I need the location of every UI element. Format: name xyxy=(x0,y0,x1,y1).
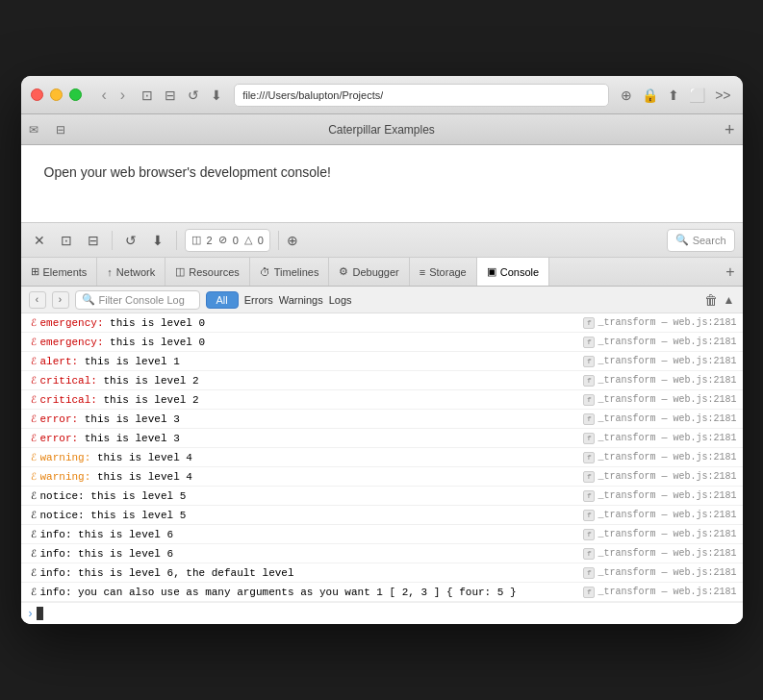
minimize-button[interactable] xyxy=(50,88,63,101)
console-row: ℰnotice: this is level 5f_transform — we… xyxy=(21,506,743,525)
network-icon[interactable]: ⊕ xyxy=(287,233,298,248)
filter-errors-label[interactable]: Errors xyxy=(244,294,273,306)
error-icon: ⊘ xyxy=(218,234,227,246)
filter-logs-label[interactable]: Logs xyxy=(329,294,352,306)
address-bar[interactable]: file:///Users/balupton/Projects/ xyxy=(234,84,609,107)
source-text: _transform — web.js:2181 xyxy=(598,317,736,328)
console-input-row[interactable]: › xyxy=(21,602,743,624)
source-file-icon: f xyxy=(583,337,595,348)
mail-icon[interactable]: ✉ xyxy=(29,123,38,137)
console-output: ℰemergency: this is level 0f_transform —… xyxy=(21,313,743,602)
row-message: warning: this is level 4 xyxy=(40,471,580,483)
row-level-icon: ℰ xyxy=(31,375,37,387)
tab-network[interactable]: ↑ Network xyxy=(97,258,165,286)
page-main-text: Open your web browser's development cons… xyxy=(44,164,331,180)
source-text: _transform — web.js:2181 xyxy=(598,394,736,405)
row-level-icon: ℰ xyxy=(31,337,37,348)
close-button[interactable] xyxy=(31,88,43,101)
address-text: file:///Users/balupton/Projects/ xyxy=(242,89,383,101)
reload-devtools-button[interactable]: ↺ xyxy=(120,230,141,251)
console-row: ℰcritical: this is level 2f_transform — … xyxy=(21,390,743,410)
source-file-icon: f xyxy=(583,471,595,483)
resources-icon: ◫ xyxy=(175,265,185,278)
row-source: f_transform — web.js:2181 xyxy=(583,394,736,406)
row-message: info: this is level 6 xyxy=(40,548,580,560)
row-level-icon: ℰ xyxy=(31,471,37,483)
maximize-button[interactable] xyxy=(69,88,82,101)
download-devtools-button[interactable]: ⬇ xyxy=(147,230,168,251)
row-message: emergency: this is level 0 xyxy=(40,317,580,329)
devtools-tabs: ⊞ Elements ↑ Network ◫ Resources ⏱ Timel… xyxy=(21,258,743,287)
console-row: ℰcritical: this is level 2f_transform — … xyxy=(21,371,743,390)
tab-overview-icon[interactable]: ⬜ xyxy=(687,86,707,105)
timelines-tab-label: Timelines xyxy=(274,266,319,278)
new-tab-button[interactable]: + xyxy=(725,121,735,138)
badge-group: ◫ 2 ⊘ 0 △ 0 xyxy=(185,229,270,252)
shield-icon[interactable]: 🔒 xyxy=(640,86,660,105)
collapse-icon[interactable]: ▲ xyxy=(724,293,735,307)
source-file-icon: f xyxy=(583,510,595,521)
back-button[interactable]: ‹ xyxy=(97,85,112,106)
network-tab-label: Network xyxy=(116,266,155,278)
row-level-icon: ℰ xyxy=(31,510,37,521)
tab-console[interactable]: ▣ Console xyxy=(477,258,549,287)
show-inspector-icon[interactable]: ⊡ xyxy=(140,86,155,105)
row-level-icon: ℰ xyxy=(31,394,37,406)
titlebar: ‹ › ⊡ ⊟ ↺ ⬇ file:///Users/balupton/Proje… xyxy=(21,76,743,114)
filter-search-icon: 🔍 xyxy=(82,293,95,306)
source-file-icon: f xyxy=(583,548,595,560)
close-devtools-button[interactable]: ✕ xyxy=(29,230,50,251)
source-text: _transform — web.js:2181 xyxy=(598,529,736,539)
tab-timelines[interactable]: ⏱ Timelines xyxy=(250,258,330,286)
sidebar-icon[interactable]: ⊟ xyxy=(56,123,65,137)
share-icon[interactable]: ⬆ xyxy=(666,86,681,105)
filter-warnings-label[interactable]: Warnings xyxy=(279,294,323,306)
dock-devtools-button[interactable]: ⊟ xyxy=(83,230,104,251)
tab-storage[interactable]: ≡ Storage xyxy=(410,258,477,286)
undock-devtools-button[interactable]: ⊡ xyxy=(56,230,77,251)
source-text: _transform — web.js:2181 xyxy=(598,337,736,347)
filter-back-button[interactable]: ‹ xyxy=(29,291,46,309)
add-tab-button[interactable]: + xyxy=(718,258,742,286)
row-source: f_transform — web.js:2181 xyxy=(583,337,736,348)
source-file-icon: f xyxy=(583,529,595,540)
show-sidebar-icon[interactable]: ⊟ xyxy=(163,86,178,105)
filter-all-button[interactable]: All xyxy=(206,291,239,309)
download-icon[interactable]: ⬇ xyxy=(209,86,224,105)
globe-icon[interactable]: ⊕ xyxy=(619,86,634,105)
console-filter-bar: ‹ › 🔍 Filter Console Log All Errors Warn… xyxy=(21,287,743,313)
row-source: f_transform — web.js:2181 xyxy=(583,548,736,560)
devtools-toolbar: ✕ ⊡ ⊟ ↺ ⬇ ◫ 2 ⊘ 0 △ 0 ⊕ 🔍 Search xyxy=(21,223,743,258)
network-tab-icon: ↑ xyxy=(107,266,113,278)
filter-forward-button[interactable]: › xyxy=(52,291,69,309)
row-source: f_transform — web.js:2181 xyxy=(583,529,736,540)
chevron-right-icon[interactable]: >> xyxy=(713,86,732,105)
source-text: _transform — web.js:2181 xyxy=(598,471,736,482)
right-icons: ⊕ 🔒 ⬆ ⬜ >> xyxy=(619,86,732,105)
debugger-icon: ⚙ xyxy=(339,265,348,278)
console-row: ℰinfo: you can also use as many argument… xyxy=(21,583,743,602)
row-source: f_transform — web.js:2181 xyxy=(583,587,736,598)
row-message: alert: this is level 1 xyxy=(40,356,580,367)
source-file-icon: f xyxy=(583,317,595,329)
clear-console-icon[interactable]: 🗑 xyxy=(704,292,718,308)
tab-debugger[interactable]: ⚙ Debugger xyxy=(329,258,409,286)
source-text: _transform — web.js:2181 xyxy=(598,567,736,578)
row-source: f_transform — web.js:2181 xyxy=(583,433,736,444)
toolbar-divider-2 xyxy=(176,231,177,250)
search-box[interactable]: 🔍 Search xyxy=(667,229,735,252)
filter-input[interactable]: 🔍 Filter Console Log xyxy=(75,290,200,310)
forward-button[interactable]: › xyxy=(115,85,130,106)
row-source: f_transform — web.js:2181 xyxy=(583,490,736,502)
row-source: f_transform — web.js:2181 xyxy=(583,413,736,425)
tab-resources[interactable]: ◫ Resources xyxy=(165,258,250,286)
row-level-icon: ℰ xyxy=(31,587,37,598)
browser-window: ‹ › ⊡ ⊟ ↺ ⬇ file:///Users/balupton/Proje… xyxy=(21,76,743,624)
source-text: _transform — web.js:2181 xyxy=(598,587,736,597)
console-row: ℰinfo: this is level 6, the default leve… xyxy=(21,563,743,583)
search-icon: 🔍 xyxy=(675,234,689,246)
row-message: critical: this is level 2 xyxy=(40,394,580,406)
reload-icon[interactable]: ↺ xyxy=(186,86,201,105)
row-message: critical: this is level 2 xyxy=(40,375,580,387)
tab-elements[interactable]: ⊞ Elements xyxy=(21,258,98,286)
